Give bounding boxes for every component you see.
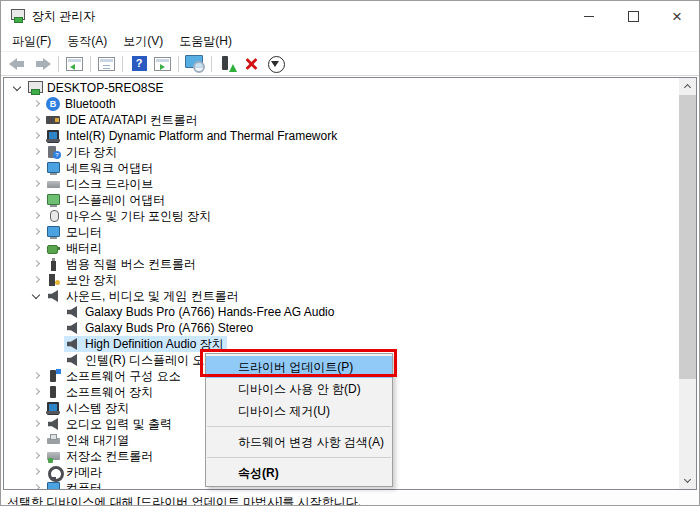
tree-row[interactable]: Bluetooth [4,96,696,112]
maximize-button[interactable] [611,1,655,31]
scrollbar-thumb[interactable] [679,95,696,379]
network-icon [46,161,61,175]
tree-row[interactable]: 모니터 [4,224,696,240]
tree-label: 모니터 [66,224,102,241]
minimize-button[interactable] [567,1,611,31]
tree-row[interactable]: 사운드, 비디오 및 게임 컨트롤러 [4,288,696,304]
expander-icon[interactable] [48,336,64,352]
action-pane-icon[interactable] [154,57,171,71]
tree-row[interactable]: 네트워크 어댑터 [4,160,696,176]
tree-row[interactable]: 마우스 및 기타 포인팅 장치 [4,208,696,224]
uninstall-device-icon[interactable] [240,53,264,75]
expander-icon[interactable] [48,320,64,336]
context-menu-item [207,426,391,427]
tree-row[interactable]: 기타 장치 [4,144,696,160]
software-device-icon [46,385,61,399]
menu-file[interactable]: 파일(F) [4,31,59,52]
tree-row[interactable]: Intel(R) Dynamic Platform and Thermal Fr… [4,128,696,144]
expander-icon[interactable] [29,96,45,112]
context-menu-item[interactable]: 속성(R) [206,462,392,484]
context-menu-item [207,457,391,458]
scrollbar-up-button[interactable] [679,78,696,95]
context-menu-item[interactable]: 디바이스 사용 안 함(D) [206,378,392,400]
toolbar-separator [54,53,63,75]
expander-icon[interactable] [29,432,45,448]
expander-icon[interactable] [29,192,45,208]
tree-row[interactable]: IDE ATA/ATAPI 컨트롤러 [4,112,696,128]
tree-row-content: Galaxy Buds Pro (A766) Hands-Free AG Aud… [64,304,337,320]
laptop-icon [46,129,61,143]
show-console-tree-icon[interactable] [66,57,83,71]
back-icon[interactable] [6,53,30,75]
expander-icon[interactable] [29,464,45,480]
tree-scrollbar[interactable] [679,78,696,489]
tree-label: 디스크 드라이브 [66,176,153,193]
expander-icon[interactable] [29,224,45,240]
audio-io-icon [46,417,61,431]
expander-icon[interactable] [29,176,45,192]
expander-icon[interactable] [29,112,45,128]
expander-icon[interactable] [29,272,45,288]
tree-row[interactable]: 디스크 드라이브 [4,176,696,192]
tree-row-content: DESKTOP-5REO8SE [26,80,166,96]
expander-icon[interactable] [29,160,45,176]
tree-label: 기타 장치 [66,144,117,161]
disable-device-icon[interactable] [264,53,288,75]
menu-view[interactable]: 보기(V) [115,31,171,52]
expander-icon[interactable] [29,128,45,144]
tree-row-content: 카메라 [45,464,105,480]
mouse-icon [46,209,61,223]
expander-icon[interactable] [29,240,45,256]
context-menu-item[interactable]: 드라이버 업데이트(P) [206,356,392,378]
printer-icon [46,433,61,447]
tree-label: 저장소 컨트롤러 [66,448,153,465]
forward-icon[interactable] [30,53,54,75]
expander-icon[interactable] [29,384,45,400]
scrollbar-down-button[interactable] [679,472,696,489]
expander-icon[interactable] [29,208,45,224]
tree-row[interactable]: High Definition Audio 장치 [4,336,696,352]
scan-hardware-changes-icon[interactable] [183,53,207,75]
expander-icon[interactable] [29,368,45,384]
unknown-device-icon [46,145,61,159]
expander-icon[interactable] [10,80,26,96]
help-icon[interactable] [127,53,151,75]
update-driver-icon[interactable] [216,53,240,75]
tree-row-content: 모니터 [45,224,105,240]
expander-icon[interactable] [29,416,45,432]
tree-row[interactable]: Galaxy Buds Pro (A766) Stereo [4,320,696,336]
tree-row[interactable]: 범용 직렬 버스 컨트롤러 [4,256,696,272]
toolbar-separator [207,53,216,75]
expander-icon[interactable] [48,304,64,320]
expander-icon[interactable] [29,448,45,464]
tree-row[interactable]: Galaxy Buds Pro (A766) Hands-Free AG Aud… [4,304,696,320]
usb-icon [46,257,61,271]
tree-row-content: 소프트웨어 장치 [45,384,156,400]
tree-row-content: 저장소 컨트롤러 [45,448,156,464]
context-menu-item[interactable]: 디바이스 제거(U) [206,400,392,422]
menu-action[interactable]: 동작(A) [59,31,115,52]
tree-label: Galaxy Buds Pro (A766) Stereo [85,321,253,335]
tree-label: 인쇄 대기열 [66,432,129,449]
expander-icon[interactable] [29,288,45,304]
tree-row[interactable]: DESKTOP-5REO8SE [4,80,696,96]
computer-icon [27,81,42,95]
context-menu-item[interactable]: 하드웨어 변경 사항 검색(A) [206,431,392,453]
expander-icon[interactable] [29,256,45,272]
tree-row-content: 보안 장치 [45,272,120,288]
tree-row-content: 소프트웨어 구성 요소 [45,368,184,384]
tree-row[interactable]: 디스플레이 어댑터 [4,192,696,208]
software-component-icon [46,369,61,383]
expander-icon[interactable] [48,352,64,368]
tree-row[interactable]: 보안 장치 [4,272,696,288]
expander-icon[interactable] [29,400,45,416]
window-controls [567,1,699,31]
expander-icon[interactable] [29,480,45,490]
properties-icon[interactable] [98,57,115,71]
menu-help[interactable]: 도움말(H) [171,31,240,52]
expander-icon[interactable] [29,144,45,160]
speaker-icon [65,321,80,335]
tree-row[interactable]: 배터리 [4,240,696,256]
window-title: 장치 관리자 [32,8,95,25]
close-button[interactable] [655,1,699,31]
